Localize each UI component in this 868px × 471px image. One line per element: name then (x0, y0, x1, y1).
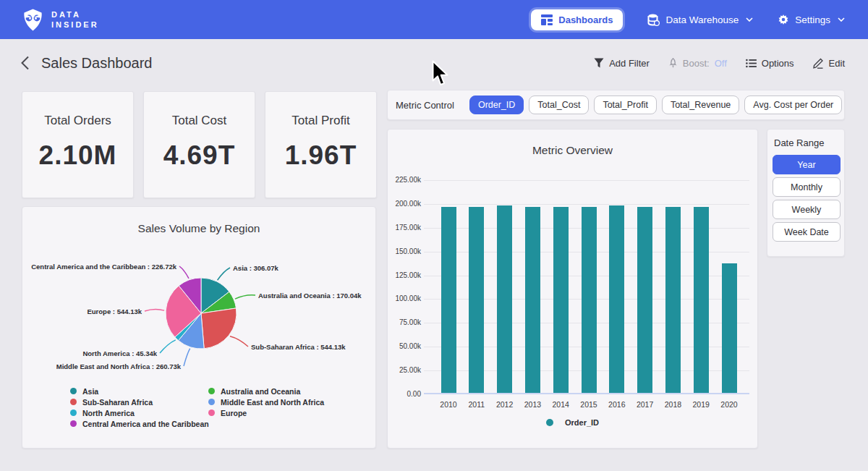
metric-button-avg-cost-per-order[interactable]: Avg. Cost per Order (744, 96, 842, 114)
bar-2015[interactable] (582, 207, 597, 393)
bar-2013[interactable] (525, 207, 540, 393)
brand-logo: DATA INSIDER (22, 8, 99, 32)
bar-2010[interactable] (441, 207, 456, 393)
pie-slice-label: Australia and Oceania : 170.04k (258, 292, 362, 300)
x-axis-tick: 2013 (516, 400, 548, 409)
date-range-button-year[interactable]: Year (773, 155, 841, 174)
date-range-label: Date Range (774, 137, 839, 148)
back-button[interactable] (20, 56, 30, 70)
kpi-title: Total Profit (265, 114, 376, 128)
brand-name-line2: INSIDER (51, 20, 99, 30)
list-icon (746, 59, 757, 68)
bar-chart-title: Metric Overview (388, 144, 757, 157)
legend-dot (70, 388, 77, 394)
x-axis-tick: 2015 (573, 400, 605, 409)
bar-2017[interactable] (637, 207, 652, 393)
date-range-panel: Date Range YearMonthlyWeeklyWeek Date (767, 129, 845, 257)
boost-toggle[interactable]: Boost: Off (668, 58, 727, 69)
bar-legend-item[interactable]: Order_ID (388, 418, 757, 427)
y-axis-tick: 200.00k (388, 200, 421, 208)
date-range-buttons: YearMonthlyWeeklyWeek Date (773, 155, 839, 242)
pie-label-leader (218, 268, 230, 280)
kpi-value: 1.96T (265, 140, 376, 171)
add-filter-button[interactable]: Add Filter (594, 58, 650, 69)
pie-chart-card: Sales Volume by Region Asia : 306.07kAus… (22, 206, 376, 449)
y-axis-tick: 225.00k (388, 176, 421, 184)
bar-2014[interactable] (553, 207, 569, 393)
pie-slice-label: Sub-Saharan Africa : 544.13k (251, 343, 346, 351)
legend-label: Australia and Oceania (221, 387, 300, 396)
bar-2019[interactable] (694, 207, 709, 393)
legend-label: Central America and the Caribbean (82, 420, 209, 428)
y-axis-tick: 125.00k (388, 271, 421, 279)
settings-menu[interactable]: Settings (778, 14, 845, 25)
metric-button-total-profit[interactable]: Total_Profit (594, 96, 657, 114)
legend-dot (208, 399, 215, 405)
y-axis-tick: 50.00k (388, 342, 421, 350)
gridline (424, 180, 749, 181)
data-warehouse-menu[interactable]: Data Warehouse (647, 14, 753, 26)
options-button[interactable]: Options (746, 58, 794, 69)
date-range-button-monthly[interactable]: Monthly (773, 177, 841, 197)
metric-button-total-cost[interactable]: Total_Cost (529, 96, 589, 114)
bar-2020[interactable] (722, 263, 737, 393)
legend-dot (546, 419, 553, 426)
pencil-icon (813, 58, 824, 69)
chevron-down-icon (746, 17, 753, 22)
metric-control: Metric Control Order_IDTotal_CostTotal_P… (387, 90, 845, 120)
metric-button-order-id[interactable]: Order_ID (469, 96, 524, 114)
y-axis-tick: 175.00k (388, 224, 421, 232)
legend-dot (208, 388, 215, 394)
pie-slice-sub-saharan-africa[interactable] (201, 308, 237, 349)
metric-button-total-revenue[interactable]: Total_Revenue (662, 96, 739, 114)
y-axis-tick: 75.00k (388, 318, 421, 326)
pie-legend-item-australia-and-oceania[interactable]: Australia and Oceania (208, 386, 324, 396)
sales-dashboard-page: DATA INSIDER Dashboards (0, 0, 868, 471)
x-axis-tick: 2016 (601, 400, 633, 409)
page-title: Sales Dashboard (41, 55, 152, 72)
date-range-button-weekly[interactable]: Weekly (773, 200, 841, 219)
pie-label-leader (145, 310, 164, 311)
legend-label: Sub-Saharan Africa (82, 398, 153, 407)
pie-legend-item-north-america[interactable]: North America (70, 407, 208, 418)
bar-2012[interactable] (497, 205, 512, 393)
pie-slice-label: Middle East and North Africa : 260.73k (56, 362, 182, 370)
kpi-title: Total Orders (22, 114, 133, 128)
pie-legend-item-sub-saharan-africa[interactable]: Sub-Saharan Africa (70, 396, 208, 407)
y-axis-tick: 25.00k (388, 366, 421, 374)
x-axis-tick: 2018 (657, 400, 689, 409)
chevron-left-icon (20, 56, 30, 70)
bar-2011[interactable] (469, 207, 484, 393)
gear-icon (778, 14, 789, 25)
legend-dot (70, 420, 77, 427)
kpi-row: Total Orders2.10MTotal Cost4.69TTotal Pr… (22, 91, 377, 198)
pie-legend-item-middle-east-and-north-africa[interactable]: Middle East and North Africa (208, 396, 324, 407)
pie-slice-label: Asia : 306.07k (233, 264, 279, 272)
pie-legend-item-europe[interactable]: Europe (208, 407, 324, 418)
kpi-value: 2.10M (22, 140, 133, 171)
pie-label-leader (235, 295, 255, 299)
pie-legend-item-central-america-and-the-caribbean[interactable]: Central America and the Caribbean (70, 418, 208, 429)
edit-button[interactable]: Edit (813, 58, 845, 69)
date-range-button-week-date[interactable]: Week Date (773, 222, 841, 242)
pie-label-leader (230, 336, 248, 347)
bar-2018[interactable] (665, 207, 681, 393)
legend-dot (208, 410, 215, 416)
pie-slice-label: Europe : 544.13k (87, 307, 142, 315)
bar-2016[interactable] (609, 205, 624, 393)
legend-label: Order_ID (565, 418, 599, 427)
database-icon (647, 14, 660, 26)
legend-label: Europe (221, 409, 247, 417)
pie-legend-item-asia[interactable]: Asia (70, 386, 208, 396)
pie-slice-label: North America : 45.34k (82, 349, 157, 357)
rocket-icon (668, 58, 678, 69)
owl-logo-icon (22, 8, 44, 32)
metric-control-label: Metric Control (396, 100, 454, 111)
x-axis-tick: 2010 (433, 400, 464, 409)
metric-buttons: Order_IDTotal_CostTotal_ProfitTotal_Reve… (469, 96, 842, 114)
kpi-value: 4.69T (144, 140, 255, 171)
dashboards-button[interactable]: Dashboards (531, 9, 623, 30)
boost-label: Boost: (683, 58, 710, 69)
dashboards-label: Dashboards (558, 14, 613, 25)
pie-legend: AsiaSub-Saharan AfricaNorth AmericaCentr… (70, 386, 324, 429)
